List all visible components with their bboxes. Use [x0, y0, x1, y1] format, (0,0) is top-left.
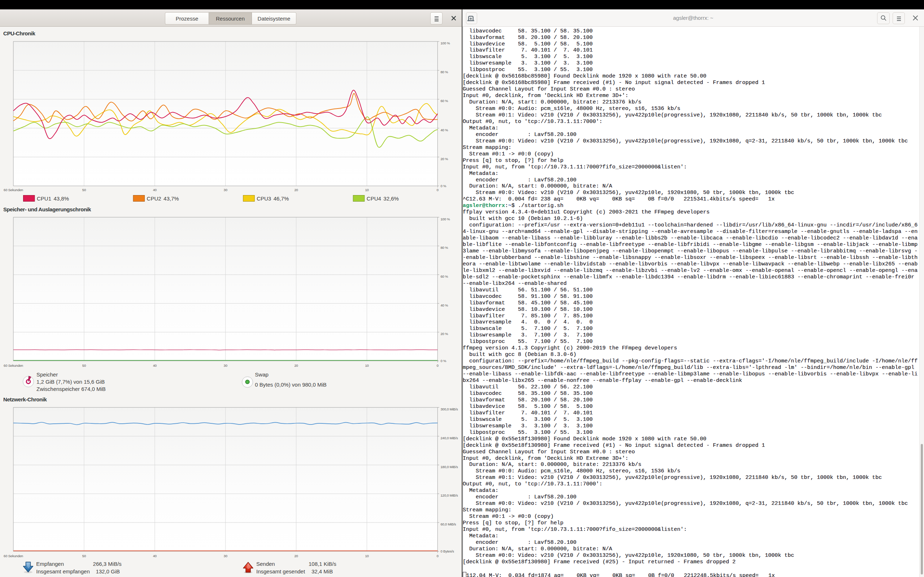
svg-text:CPU3: CPU3: [257, 195, 271, 201]
svg-text:0: 0: [437, 554, 439, 558]
svg-text:Empfangen: Empfangen: [36, 561, 64, 567]
svg-text:80 %: 80 %: [441, 70, 449, 74]
svg-text:60 %: 60 %: [441, 274, 449, 279]
svg-text:40 %: 40 %: [441, 128, 449, 132]
svg-text:60 Sekunden: 60 Sekunden: [3, 188, 23, 192]
svg-text:0: 0: [437, 188, 439, 192]
svg-text:Netzwerk-Chronik: Netzwerk-Chronik: [3, 396, 47, 403]
svg-text:32,4 MiB: 32,4 MiB: [312, 568, 333, 574]
svg-text:80 %: 80 %: [441, 246, 449, 250]
svg-text:30: 30: [224, 188, 228, 192]
svg-text:Insgesamt gesendet: Insgesamt gesendet: [256, 568, 305, 574]
svg-text:120,0 MiB/s: 120,0 MiB/s: [441, 493, 458, 497]
svg-text:Insgesamt empfangen: Insgesamt empfangen: [36, 568, 89, 574]
svg-text:CPU-Chronik: CPU-Chronik: [3, 30, 36, 36]
svg-text:CPU1: CPU1: [37, 195, 51, 201]
svg-text:100 %: 100 %: [441, 41, 451, 45]
svg-text:40: 40: [153, 554, 157, 558]
svg-text:40: 40: [153, 188, 157, 192]
svg-text:40 %: 40 %: [441, 303, 449, 307]
svg-text:50: 50: [82, 188, 86, 192]
svg-text:60 %: 60 %: [441, 99, 449, 103]
svg-text:CPU4: CPU4: [367, 195, 381, 201]
svg-text:32,6%: 32,6%: [383, 195, 399, 201]
svg-text:108,1 KiB/s: 108,1 KiB/s: [309, 561, 336, 567]
svg-text:Speicher: Speicher: [36, 371, 58, 377]
svg-text:0 Bytes (0,0%) von 980,0 MiB: 0 Bytes (0,0%) von 980,0 MiB: [255, 382, 326, 388]
svg-text:100 %: 100 %: [441, 217, 451, 221]
svg-text:60,0 MiB/s: 60,0 MiB/s: [441, 522, 456, 526]
svg-text:30: 30: [224, 364, 228, 367]
svg-text:0: 0: [437, 364, 439, 367]
svg-text:20: 20: [294, 188, 298, 192]
svg-text:300,0 MiB/s: 300,0 MiB/s: [441, 407, 458, 411]
svg-text:60 Sekunden: 60 Sekunden: [3, 554, 23, 558]
svg-text:10: 10: [365, 554, 368, 558]
svg-text:20: 20: [294, 554, 298, 558]
svg-text:46,7%: 46,7%: [274, 195, 289, 201]
svg-text:10: 10: [365, 188, 368, 192]
svg-text:20 %: 20 %: [441, 157, 449, 161]
svg-text:180,0 MiB/s: 180,0 MiB/s: [441, 465, 458, 469]
svg-text:60 Sekunden: 60 Sekunden: [3, 364, 23, 367]
svg-text:10: 10: [365, 364, 368, 367]
svg-text:20 %: 20 %: [441, 332, 449, 336]
svg-text:50: 50: [82, 554, 86, 558]
svg-text:43,7%: 43,7%: [163, 195, 179, 201]
svg-text:20: 20: [294, 364, 298, 367]
svg-text:0 Bytes/s: 0 Bytes/s: [441, 549, 454, 553]
svg-text:240,0 MiB/s: 240,0 MiB/s: [441, 436, 458, 440]
svg-text:Speicher- und Auslagerungschro: Speicher- und Auslagerungschronik: [3, 206, 91, 213]
svg-text:43,8%: 43,8%: [54, 195, 69, 201]
svg-text:266,3 MiB/s: 266,3 MiB/s: [93, 561, 122, 567]
svg-text:0 %: 0 %: [441, 184, 447, 188]
svg-text:Zwischenspeicher 674,0 MiB: Zwischenspeicher 674,0 MiB: [36, 386, 106, 392]
svg-text:132,0 GiB: 132,0 GiB: [96, 568, 120, 574]
svg-text:0 %: 0 %: [441, 359, 447, 363]
svg-text:CPU2: CPU2: [147, 195, 162, 201]
svg-text:40: 40: [153, 364, 157, 367]
svg-text:1,2 GiB (7,7%) von 15,6 GiB: 1,2 GiB (7,7%) von 15,6 GiB: [36, 379, 105, 385]
svg-text:Swap: Swap: [255, 371, 268, 377]
svg-text:Senden: Senden: [256, 561, 275, 567]
svg-text:50: 50: [82, 364, 86, 367]
svg-text:30: 30: [224, 554, 228, 558]
